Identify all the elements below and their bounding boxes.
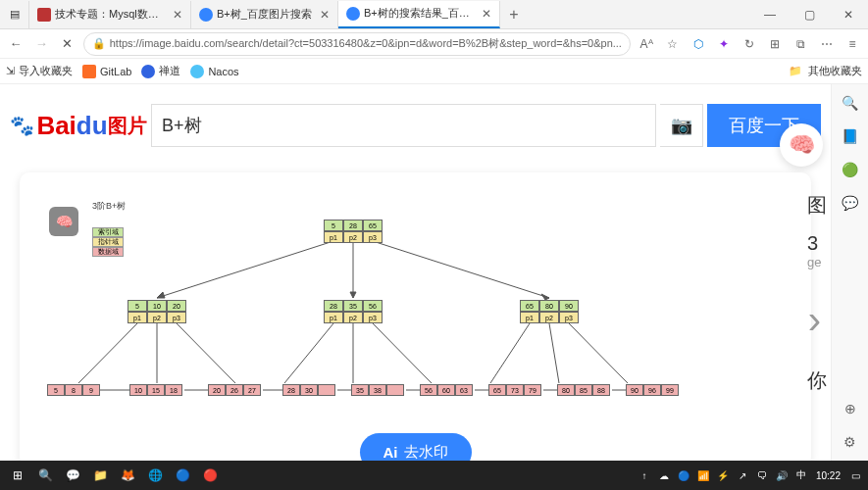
sidebar-outlook-icon[interactable]: 📘 xyxy=(840,125,861,147)
notification-icon[interactable]: ▭ xyxy=(846,462,864,489)
svg-line-14 xyxy=(569,323,628,383)
gitlab-icon xyxy=(82,65,96,78)
back-button[interactable]: ← xyxy=(6,32,26,56)
tab-close-icon[interactable]: ✕ xyxy=(320,8,330,22)
shield-icon[interactable]: ⬡ xyxy=(688,32,707,56)
svg-marker-3 xyxy=(350,292,356,298)
new-tab-button[interactable]: + xyxy=(500,6,528,24)
tray-icon[interactable]: 🔵 xyxy=(675,462,692,489)
tab-1[interactable]: B+树_百度图片搜索 ✕ xyxy=(191,1,338,28)
sidebar-search-icon[interactable]: 🔍 xyxy=(840,92,861,114)
svg-line-6 xyxy=(78,323,137,383)
svg-line-9 xyxy=(284,323,333,383)
bookmark-zentao[interactable]: 禅道 xyxy=(141,64,180,78)
camera-button[interactable]: 📷 xyxy=(660,104,703,147)
search-input[interactable]: B+树 xyxy=(151,104,656,147)
leaf-node: 566063 xyxy=(420,384,473,396)
bookmarks-bar: ⇲ 导入收藏夹 GitLab 禅道 Nacos 📁 其他收藏夹 xyxy=(0,59,868,84)
edge-sidebar: 🔍 📘 🟢 💬 ⊕ ⚙ xyxy=(831,84,868,461)
import-label: 导入收藏夹 xyxy=(19,64,73,78)
tray-icon[interactable]: 📶 xyxy=(694,462,712,489)
chrome-icon[interactable]: 🌐 xyxy=(141,462,169,489)
bookmark-nacos[interactable]: Nacos xyxy=(190,65,238,78)
tray-icon[interactable]: 🔊 xyxy=(773,462,791,489)
url-input[interactable]: 🔒 https://image.baidu.com/search/detail?… xyxy=(83,32,631,56)
svg-line-12 xyxy=(490,323,530,383)
remove-watermark-button[interactable]: Ai 去水印 xyxy=(360,433,472,461)
folder-icon: 📁 xyxy=(789,65,802,77)
svg-line-13 xyxy=(549,323,559,383)
tab-home[interactable]: ▤ xyxy=(0,1,29,28)
sidebar-toggle-icon[interactable]: ≡ xyxy=(842,32,862,56)
sidebar-app-icon[interactable]: 🟢 xyxy=(840,159,861,180)
leaf-node: 202627 xyxy=(208,384,261,396)
sidebar-settings-icon[interactable]: ⚙ xyxy=(840,431,861,453)
ai-assistant-button[interactable]: 🧠 xyxy=(780,123,823,167)
windows-taskbar: ⊞ 🔍 💬 📁 🦊 🌐 🔵 🔴 ↑ ☁ 🔵 📶 ⚡ ↗ 🗨 🔊 中 10:22 … xyxy=(0,461,868,490)
baidu-logo[interactable]: 🐾 Baidu 图片 xyxy=(10,104,147,147)
url-text: https://image.baidu.com/search/detail?ct… xyxy=(110,36,622,51)
tab-0[interactable]: 技术专题：Mysql数据库（视图… ✕ xyxy=(29,1,191,28)
tray-icon[interactable]: ⚡ xyxy=(714,462,732,489)
record-icon[interactable]: 🔴 xyxy=(196,462,224,489)
close-window-button[interactable]: ✕ xyxy=(829,0,868,29)
sidebar-chat-icon[interactable]: 💬 xyxy=(840,192,861,214)
taskbar-search-icon[interactable]: 🔍 xyxy=(31,462,59,489)
tab-title: B+树的搜索结果_百度图片搜索 xyxy=(364,6,474,21)
tab-title: 技术专题：Mysql数据库（视图… xyxy=(55,7,165,22)
brain-icon: 🧠 xyxy=(789,132,815,158)
favorite-icon[interactable]: ☆ xyxy=(662,32,682,56)
tray-icon[interactable]: ☁ xyxy=(655,462,673,489)
leaf-node: 101518 xyxy=(129,384,182,396)
tray-icon[interactable]: ↑ xyxy=(636,462,653,489)
import-icon: ⇲ xyxy=(6,65,15,77)
edge-icon[interactable]: 🔵 xyxy=(169,462,196,489)
home-icon: ▤ xyxy=(10,8,20,21)
tab-favicon xyxy=(199,8,213,22)
svg-line-8 xyxy=(177,323,235,383)
leaf-node: 909699 xyxy=(626,384,679,396)
other-bookmarks[interactable]: 其他收藏夹 xyxy=(808,64,862,78)
import-bookmarks[interactable]: ⇲ 导入收藏夹 xyxy=(6,64,73,78)
maximize-button[interactable]: ▢ xyxy=(790,0,829,29)
root-node: 52865 p1p2p3 xyxy=(324,220,383,243)
tray-icon[interactable]: 🗨 xyxy=(753,462,771,489)
sidebar-add-icon[interactable]: ⊕ xyxy=(840,398,861,419)
explorer-icon[interactable]: 📁 xyxy=(86,462,114,489)
tab-favicon xyxy=(346,7,360,21)
paw-icon: 🐾 xyxy=(10,114,34,137)
svg-marker-1 xyxy=(157,292,165,298)
leaf-node: 3538 xyxy=(351,384,404,396)
start-button[interactable]: ⊞ xyxy=(4,462,31,489)
browser-tabs-bar: ▤ 技术专题：Mysql数据库（视图… ✕ B+树_百度图片搜索 ✕ B+树的搜… xyxy=(0,0,868,29)
split-icon[interactable]: ⧉ xyxy=(791,32,810,56)
ime-icon[interactable]: 中 xyxy=(792,462,810,489)
leaf-node: 808588 xyxy=(557,384,610,396)
menu-icon[interactable]: ⋯ xyxy=(817,32,837,56)
stop-button[interactable]: ✕ xyxy=(57,32,77,56)
minimize-button[interactable]: — xyxy=(750,0,790,29)
svg-line-4 xyxy=(373,241,549,298)
extension-icon[interactable]: ✦ xyxy=(714,32,734,56)
bookmark-gitlab[interactable]: GitLab xyxy=(82,65,131,78)
tab-close-icon[interactable]: ✕ xyxy=(482,7,491,21)
tab-2[interactable]: B+树的搜索结果_百度图片搜索 ✕ xyxy=(338,1,500,28)
baidu-search-bar: 🐾 Baidu 图片 B+树 📷 百度一下 xyxy=(0,98,831,153)
taskview-icon[interactable]: 💬 xyxy=(59,462,86,489)
tab-close-icon[interactable]: ✕ xyxy=(173,8,182,22)
refresh-icon[interactable]: ↻ xyxy=(740,32,759,56)
firefox-icon[interactable]: 🦊 xyxy=(114,462,141,489)
inner-node: 283556 p1p2p3 xyxy=(324,300,383,323)
collections-icon[interactable]: ⊞ xyxy=(765,32,785,56)
leaf-node: 657379 xyxy=(488,384,541,396)
bplus-tree-diagram: 🧠 3阶B+树 索引域 指针域 数据域 xyxy=(39,192,791,447)
forward-button[interactable]: → xyxy=(31,32,51,56)
nacos-icon xyxy=(190,65,204,78)
leaf-node: 2830 xyxy=(282,384,335,396)
clock-time[interactable]: 10:22 xyxy=(816,470,841,481)
tab-title: B+树_百度图片搜索 xyxy=(217,7,312,22)
inner-node: 658090 p1p2p3 xyxy=(520,300,579,323)
main-content: 🐾 Baidu 图片 B+树 📷 百度一下 🧠 › 🧠 3阶B+树 索引域 指针… xyxy=(0,84,831,461)
tray-icon[interactable]: ↗ xyxy=(734,462,751,489)
reader-icon[interactable]: Aᴬ xyxy=(637,32,656,56)
